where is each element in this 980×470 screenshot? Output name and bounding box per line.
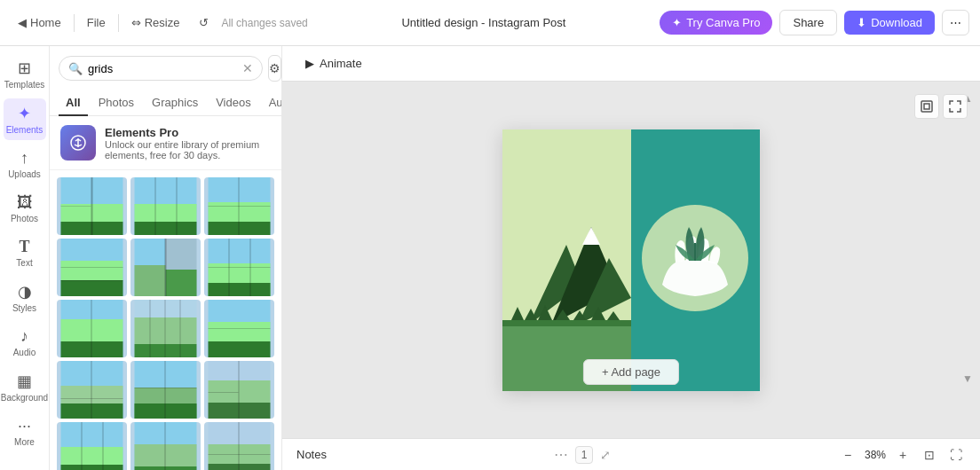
chevron-left-icon: ◀ bbox=[18, 16, 27, 29]
tab-photos-label: Photos bbox=[99, 96, 134, 109]
grid-template-5[interactable] bbox=[130, 239, 201, 296]
sidebar-item-background[interactable]: ▦ Background bbox=[4, 366, 46, 408]
more-icon: ⋯ bbox=[950, 16, 961, 29]
scroll-down-button[interactable]: ▼ bbox=[962, 372, 973, 385]
panel-search-area: 🔍 ✕ ⚙ bbox=[50, 46, 281, 90]
grid-template-15[interactable] bbox=[204, 422, 274, 470]
panel-tabs: All Photos Graphics Videos Audio bbox=[50, 90, 281, 116]
svg-rect-75 bbox=[239, 422, 240, 470]
share-button[interactable]: Share bbox=[779, 10, 837, 35]
sidebar-item-styles[interactable]: ◑ Styles bbox=[4, 277, 46, 318]
filter-button[interactable]: ⚙ bbox=[268, 55, 281, 82]
canvas-area: ▶ Animate ▲ ▼ bbox=[282, 46, 980, 470]
templates-label: Templates bbox=[4, 80, 45, 90]
search-input[interactable] bbox=[88, 62, 237, 75]
sidebar-item-photos[interactable]: 🖼 Photos bbox=[4, 188, 46, 229]
svg-rect-21 bbox=[61, 267, 123, 268]
bottom-right: − 38% + ⊡ ⛶ bbox=[838, 445, 966, 465]
uploads-icon: ↑ bbox=[20, 149, 28, 168]
svg-rect-30 bbox=[209, 283, 271, 296]
grid-thumbnails bbox=[50, 170, 281, 470]
tab-all-label: All bbox=[66, 96, 81, 109]
elements-panel: 🔍 ✕ ⚙ All Photos Graphics Videos A bbox=[50, 46, 282, 470]
tab-all[interactable]: All bbox=[59, 90, 88, 116]
more-options-button[interactable]: ⋯ bbox=[942, 10, 969, 35]
grid-template-14[interactable] bbox=[130, 422, 201, 470]
background-icon: ▦ bbox=[17, 372, 32, 391]
grid-template-3[interactable] bbox=[204, 177, 274, 235]
grid-row-5 bbox=[57, 422, 274, 470]
grid-template-13[interactable] bbox=[57, 422, 127, 470]
zoom-level: 38% bbox=[865, 449, 886, 461]
svg-rect-47 bbox=[209, 328, 271, 329]
fullscreen-button[interactable] bbox=[943, 94, 968, 119]
svg-rect-11 bbox=[155, 177, 156, 235]
uploads-label: Uploads bbox=[8, 169, 41, 179]
notes-button[interactable]: Notes bbox=[296, 448, 327, 461]
svg-rect-67 bbox=[103, 422, 104, 470]
resize-button[interactable]: ⇔ Resize bbox=[124, 12, 187, 33]
design-canvas bbox=[502, 129, 760, 391]
more-label: More bbox=[14, 437, 35, 447]
grid-template-11[interactable] bbox=[130, 361, 201, 419]
expand-nav-icon: ⤢ bbox=[600, 448, 611, 462]
grid-template-8[interactable] bbox=[130, 300, 201, 357]
topbar-right: ✦ Try Canva Pro Share ⬇ Download ⋯ bbox=[660, 10, 969, 35]
filter-icon: ⚙ bbox=[269, 61, 281, 75]
grid-template-4[interactable] bbox=[57, 239, 127, 296]
svg-rect-57 bbox=[135, 388, 197, 388]
elements-pro-text: Elements Pro Unlock our entire library o… bbox=[105, 126, 271, 161]
tab-audio-label: Audio bbox=[269, 96, 282, 109]
canvas-toolbar: ▶ Animate bbox=[282, 46, 980, 82]
sidebar-item-audio[interactable]: ♪ Audio bbox=[4, 322, 46, 363]
svg-rect-76 bbox=[209, 454, 271, 455]
design-panel-left[interactable] bbox=[502, 129, 631, 391]
zoom-out-button[interactable]: − bbox=[838, 445, 858, 465]
grid-template-6[interactable] bbox=[204, 239, 274, 296]
undo-button[interactable]: ↺ bbox=[192, 12, 216, 33]
tab-videos[interactable]: Videos bbox=[209, 90, 258, 116]
grid-template-10[interactable] bbox=[57, 361, 127, 419]
svg-rect-9 bbox=[135, 204, 197, 222]
canvas-wrapper: ▲ ▼ bbox=[282, 82, 980, 438]
expand-button[interactable] bbox=[914, 94, 939, 119]
grid-template-2[interactable] bbox=[130, 177, 201, 235]
tab-audio[interactable]: Audio bbox=[262, 90, 282, 116]
photos-label: Photos bbox=[11, 214, 38, 223]
try-canva-pro-button[interactable]: ✦ Try Canva Pro bbox=[660, 11, 772, 35]
grid-template-1[interactable] bbox=[57, 177, 127, 235]
grid-template-12[interactable] bbox=[204, 361, 274, 419]
elements-pro-banner[interactable]: Elements Pro Unlock our entire library o… bbox=[50, 116, 281, 170]
svg-rect-42 bbox=[165, 300, 166, 357]
download-button[interactable]: ⬇ Download bbox=[844, 11, 935, 35]
tab-videos-label: Videos bbox=[216, 96, 251, 109]
tab-photos[interactable]: Photos bbox=[91, 90, 141, 116]
tab-graphics[interactable]: Graphics bbox=[145, 90, 205, 116]
fit-to-screen-button[interactable]: ⊡ bbox=[920, 445, 939, 465]
add-page-button[interactable]: + Add page bbox=[583, 359, 679, 385]
svg-rect-56 bbox=[165, 361, 166, 419]
photos-icon: 🖼 bbox=[17, 193, 33, 212]
grid-template-7[interactable] bbox=[57, 300, 127, 357]
sidebar-item-uploads[interactable]: ↑ Uploads bbox=[4, 144, 46, 184]
svg-rect-26 bbox=[166, 270, 197, 296]
svg-rect-33 bbox=[209, 267, 271, 268]
zoom-in-button[interactable]: + bbox=[893, 445, 913, 465]
sidebar-item-elements[interactable]: ✦ Elements bbox=[4, 98, 46, 140]
clear-search-button[interactable]: ✕ bbox=[242, 61, 253, 75]
svg-rect-7 bbox=[61, 206, 91, 207]
canvas-controls bbox=[914, 94, 968, 119]
elements-label: Elements bbox=[6, 125, 43, 135]
sidebar-item-templates[interactable]: ⊞ Templates bbox=[4, 53, 46, 95]
svg-rect-12 bbox=[177, 177, 178, 235]
svg-rect-6 bbox=[91, 177, 93, 235]
svg-rect-66 bbox=[82, 422, 83, 470]
home-button[interactable]: ◀ Home bbox=[11, 12, 68, 33]
design-panel-right[interactable] bbox=[631, 129, 760, 391]
animate-button[interactable]: ▶ Animate bbox=[296, 53, 371, 74]
sidebar-item-text[interactable]: T Text bbox=[4, 232, 46, 273]
grid-template-9[interactable] bbox=[204, 300, 274, 357]
file-button[interactable]: File bbox=[80, 12, 113, 33]
fullscreen-toggle-button[interactable]: ⛶ bbox=[946, 445, 966, 465]
sidebar-item-more[interactable]: ··· More bbox=[4, 411, 46, 452]
